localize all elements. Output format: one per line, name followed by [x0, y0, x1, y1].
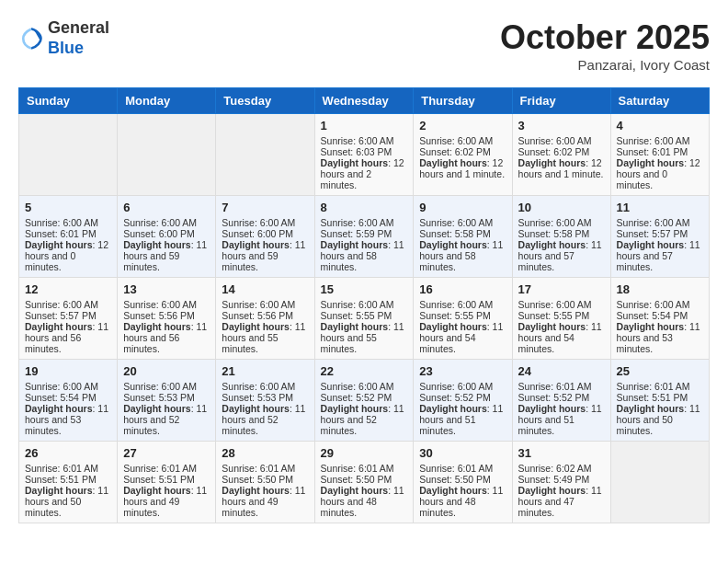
sun-info: Sunset: 5:50 PM [419, 474, 506, 485]
weekday-header-saturday: Saturday [610, 88, 709, 114]
sun-info: Sunrise: 6:00 AM [617, 217, 703, 228]
day-number: 22 [321, 364, 408, 378]
day-cell: 10Sunrise: 6:00 AMSunset: 5:58 PMDayligh… [512, 196, 610, 278]
weekday-header-thursday: Thursday [414, 88, 512, 114]
day-number: 11 [617, 201, 703, 214]
sun-info: Sunset: 6:02 PM [518, 146, 605, 157]
day-number: 27 [123, 446, 210, 460]
sun-info: Sunrise: 6:00 AM [222, 381, 308, 392]
daylight-info: Daylight hours: 11 hours and 47 minutes. [518, 485, 605, 518]
sun-info: Sunrise: 6:00 AM [123, 217, 210, 228]
daylight-info: Daylight hours: 11 hours and 48 minutes. [419, 485, 506, 518]
sun-info: Sunset: 5:53 PM [222, 392, 308, 403]
daylight-info: Daylight hours: 11 hours and 58 minutes. [419, 239, 506, 272]
day-cell [610, 442, 709, 523]
day-number: 29 [321, 446, 408, 460]
day-cell: 21Sunrise: 6:00 AMSunset: 5:53 PMDayligh… [216, 360, 314, 442]
sun-info: Sunset: 5:55 PM [518, 310, 605, 321]
sun-info: Sunset: 5:50 PM [222, 474, 308, 485]
daylight-info: Daylight hours: 11 hours and 53 minutes. [25, 403, 111, 436]
day-cell: 5Sunrise: 6:00 AMSunset: 6:01 PMDaylight… [19, 196, 118, 278]
day-number: 30 [419, 446, 506, 460]
logo-text: General Blue [48, 18, 109, 58]
daylight-info: Daylight hours: 11 hours and 52 minutes. [222, 403, 308, 436]
day-number: 7 [222, 201, 308, 214]
daylight-info: Daylight hours: 11 hours and 58 minutes. [321, 239, 408, 272]
day-number: 17 [518, 282, 605, 296]
sun-info: Sunrise: 6:00 AM [321, 381, 408, 392]
day-number: 21 [222, 364, 308, 378]
day-cell: 8Sunrise: 6:00 AMSunset: 5:59 PMDaylight… [314, 196, 414, 278]
day-number: 13 [123, 282, 210, 296]
title-block: October 2025 Panzarai, Ivory Coast [500, 18, 710, 73]
day-cell: 24Sunrise: 6:01 AMSunset: 5:52 PMDayligh… [512, 360, 610, 442]
day-cell: 13Sunrise: 6:00 AMSunset: 5:56 PMDayligh… [118, 278, 216, 360]
daylight-info: Daylight hours: 12 hours and 1 minute. [419, 157, 506, 179]
sun-info: Sunrise: 6:00 AM [222, 299, 308, 310]
day-cell: 19Sunrise: 6:00 AMSunset: 5:54 PMDayligh… [19, 360, 118, 442]
sun-info: Sunrise: 6:01 AM [321, 463, 408, 474]
day-cell: 16Sunrise: 6:00 AMSunset: 5:55 PMDayligh… [414, 278, 512, 360]
day-cell: 4Sunrise: 6:00 AMSunset: 6:01 PMDaylight… [610, 114, 709, 196]
week-row-2: 5Sunrise: 6:00 AMSunset: 6:01 PMDaylight… [19, 196, 710, 278]
daylight-info: Daylight hours: 11 hours and 53 minutes. [617, 321, 703, 354]
logo-icon [18, 26, 44, 52]
sun-info: Sunset: 5:58 PM [419, 228, 506, 239]
daylight-info: Daylight hours: 11 hours and 52 minutes. [321, 403, 408, 436]
daylight-info: Daylight hours: 11 hours and 49 minutes. [222, 485, 308, 518]
daylight-info: Daylight hours: 11 hours and 54 minutes. [419, 321, 506, 354]
sun-info: Sunset: 5:56 PM [222, 310, 308, 321]
day-number: 1 [321, 119, 408, 132]
month-title: October 2025 [500, 18, 710, 57]
day-number: 4 [617, 119, 703, 132]
sun-info: Sunset: 6:00 PM [222, 228, 308, 239]
day-cell: 14Sunrise: 6:00 AMSunset: 5:56 PMDayligh… [216, 278, 314, 360]
day-cell: 18Sunrise: 6:00 AMSunset: 5:54 PMDayligh… [610, 278, 709, 360]
sun-info: Sunrise: 6:00 AM [617, 135, 703, 146]
sun-info: Sunset: 5:49 PM [518, 474, 605, 485]
day-cell: 6Sunrise: 6:00 AMSunset: 6:00 PMDaylight… [118, 196, 216, 278]
day-cell: 29Sunrise: 6:01 AMSunset: 5:50 PMDayligh… [314, 442, 414, 523]
daylight-info: Daylight hours: 11 hours and 48 minutes. [321, 485, 408, 518]
sun-info: Sunset: 5:57 PM [617, 228, 703, 239]
day-number: 3 [518, 119, 605, 132]
week-row-4: 19Sunrise: 6:00 AMSunset: 5:54 PMDayligh… [19, 360, 710, 442]
sun-info: Sunset: 5:53 PM [123, 392, 210, 403]
sun-info: Sunrise: 6:01 AM [222, 463, 308, 474]
day-cell: 26Sunrise: 6:01 AMSunset: 5:51 PMDayligh… [19, 442, 118, 523]
daylight-info: Daylight hours: 11 hours and 51 minutes. [518, 403, 605, 436]
day-cell: 9Sunrise: 6:00 AMSunset: 5:58 PMDaylight… [414, 196, 512, 278]
sun-info: Sunset: 6:01 PM [25, 228, 111, 239]
daylight-info: Daylight hours: 11 hours and 56 minutes. [25, 321, 111, 354]
sun-info: Sunrise: 6:00 AM [617, 299, 703, 310]
calendar-table: SundayMondayTuesdayWednesdayThursdayFrid… [18, 87, 710, 523]
daylight-info: Daylight hours: 11 hours and 59 minutes. [222, 239, 308, 272]
sun-info: Sunrise: 6:01 AM [518, 381, 605, 392]
weekday-header-row: SundayMondayTuesdayWednesdayThursdayFrid… [19, 88, 710, 114]
day-number: 20 [123, 364, 210, 378]
week-row-5: 26Sunrise: 6:01 AMSunset: 5:51 PMDayligh… [19, 442, 710, 523]
sun-info: Sunset: 5:56 PM [123, 310, 210, 321]
sun-info: Sunset: 6:02 PM [419, 146, 506, 157]
sun-info: Sunrise: 6:00 AM [25, 299, 111, 310]
day-number: 15 [321, 282, 408, 296]
daylight-info: Daylight hours: 11 hours and 55 minutes. [222, 321, 308, 354]
sun-info: Sunset: 5:51 PM [123, 474, 210, 485]
daylight-info: Daylight hours: 11 hours and 57 minutes. [617, 239, 703, 272]
daylight-info: Daylight hours: 11 hours and 52 minutes. [123, 403, 210, 436]
weekday-header-friday: Friday [512, 88, 610, 114]
sun-info: Sunrise: 6:00 AM [419, 135, 506, 146]
daylight-info: Daylight hours: 11 hours and 49 minutes. [123, 485, 210, 518]
daylight-info: Daylight hours: 11 hours and 50 minutes. [25, 485, 111, 518]
sun-info: Sunset: 5:59 PM [321, 228, 408, 239]
sun-info: Sunset: 5:57 PM [25, 310, 111, 321]
sun-info: Sunrise: 6:00 AM [419, 381, 506, 392]
day-number: 14 [222, 282, 308, 296]
day-cell: 31Sunrise: 6:02 AMSunset: 5:49 PMDayligh… [512, 442, 610, 523]
sun-info: Sunrise: 6:01 AM [617, 381, 703, 392]
sun-info: Sunset: 5:52 PM [518, 392, 605, 403]
day-number: 23 [419, 364, 506, 378]
sun-info: Sunset: 5:51 PM [617, 392, 703, 403]
day-number: 12 [25, 282, 111, 296]
sun-info: Sunset: 5:55 PM [419, 310, 506, 321]
